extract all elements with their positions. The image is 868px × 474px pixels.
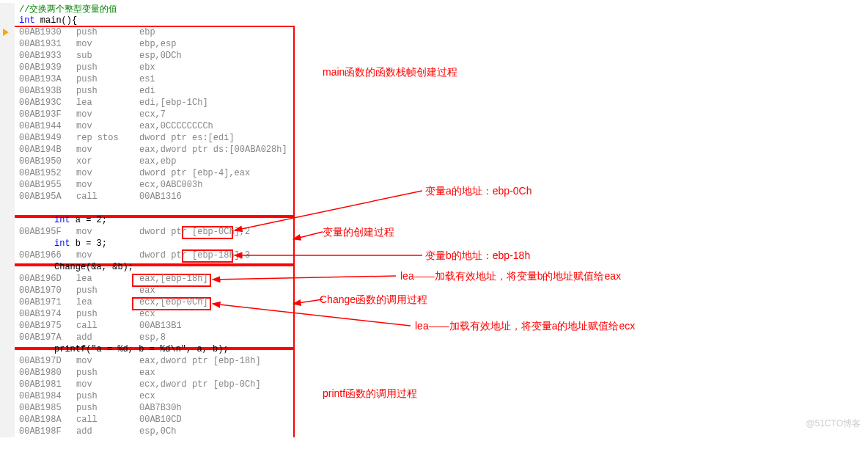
asm-line: 00AB1949rep stosdword ptr es:[edi] [0, 132, 868, 144]
asm-line: 00AB198Acall00AB10CD [0, 414, 868, 426]
asm-line: 00AB1931movebp,esp [0, 38, 868, 50]
disassembly-view: //交换两个整型变量的值 int main(){ 00AB1930pushebp… [0, 0, 868, 437]
asm-line: 00AB197Dmoveax,dword ptr [ebp-18h] [0, 355, 868, 367]
label-lea-b: lea——加载有效地址，将变量b的地址赋值给eax [400, 270, 621, 283]
label-var-b-addr: 变量b的地址：ebp-18h [425, 249, 530, 263]
asm-line: 00AB195Fmovdword ptr [ebp-0Ch],2 [0, 226, 868, 238]
src-line: int main(){ [0, 15, 868, 26]
asm-line: 00AB1950xoreax,ebp [0, 156, 868, 167]
label-var-create: 变量的创建过程 [323, 226, 394, 239]
asm-line: 00AB1933subesp,0DCh [0, 50, 868, 62]
asm-line: 00AB193Fmovecx,7 [0, 109, 868, 120]
asm-line: 00AB1984pushecx [0, 390, 868, 402]
src-line: printf("a = %d, b = %d\n", a, b); [0, 343, 868, 355]
asm-line: 00AB193Bpushedi [0, 85, 868, 97]
label-var-a-addr: 变量a的地址：ebp-0Ch [425, 185, 532, 198]
asm-line: 00AB194Bmoveax,dword ptr ds:[00ABA028h] [0, 144, 868, 156]
asm-line: 00AB1930pushebp [0, 26, 868, 38]
asm-line: 00AB1971leaecx,[ebp-0Ch] [0, 296, 868, 308]
asm-line: 00AB197Aaddesp,8 [0, 332, 868, 343]
asm-line: 00AB198Faddesp,0Ch [0, 426, 868, 437]
asm-line: 00AB1985push0AB7B30h [0, 402, 868, 414]
src-line: //交换两个整型变量的值 [0, 3, 868, 15]
label-main-frame: main函数的函数栈帧创建过程 [323, 66, 457, 79]
current-line-arrow [3, 29, 12, 36]
asm-line: 00AB1974pushecx [0, 308, 868, 320]
asm-line: 00AB1944moveax,0CCCCCCCCh [0, 120, 868, 132]
asm-line: 00AB1980pusheax [0, 367, 868, 379]
label-change-call: Change函数的调用过程 [320, 293, 427, 307]
asm-line [0, 203, 868, 214]
label-printf-call: printf函数的调用过程 [323, 387, 417, 401]
asm-line: 00AB1970pusheax [0, 285, 868, 296]
src-line: int a = 2; [0, 214, 868, 226]
src-line: int b = 3; [0, 238, 868, 249]
label-lea-a: lea——加载有效地址，将变量a的地址赋值给ecx [415, 320, 635, 333]
asm-line: 00AB1981movecx,dword ptr [ebp-0Ch] [0, 379, 868, 390]
asm-line: 00AB1952movdword ptr [ebp-4],eax [0, 167, 868, 179]
asm-line: 00AB193Cleaedi,[ebp-1Ch] [0, 97, 868, 109]
